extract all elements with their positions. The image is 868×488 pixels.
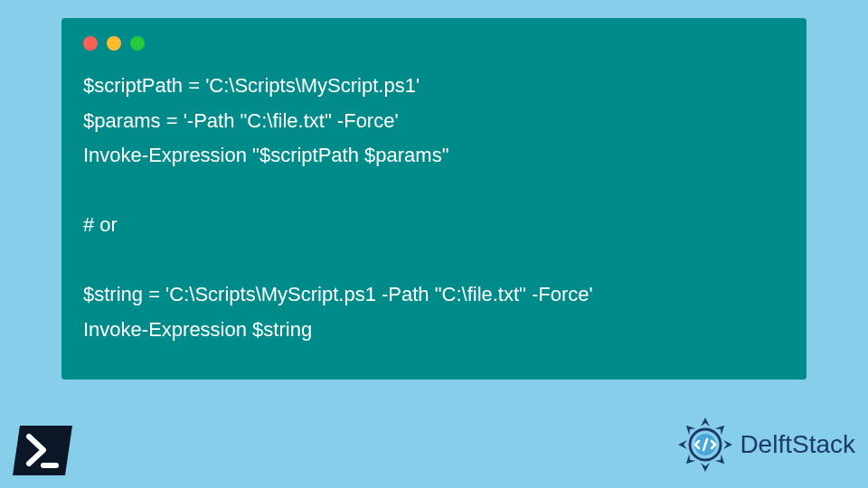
maximize-dot-icon — [130, 36, 145, 51]
svg-marker-4 — [723, 440, 732, 449]
svg-marker-6 — [701, 463, 710, 472]
delftstack-logo-icon — [676, 416, 734, 474]
code-window: $scriptPath = 'C:\Scripts\MyScript.ps1' … — [61, 18, 807, 380]
close-dot-icon — [83, 36, 98, 51]
svg-marker-8 — [678, 440, 687, 449]
window-controls — [83, 36, 785, 51]
brand-footer: DelftStack — [676, 416, 855, 474]
code-block: $scriptPath = 'C:\Scripts\MyScript.ps1' … — [83, 69, 785, 347]
svg-marker-2 — [701, 418, 710, 427]
powershell-icon — [13, 426, 72, 475]
minimize-dot-icon — [107, 36, 121, 51]
brand-name: DelftStack — [740, 430, 855, 459]
